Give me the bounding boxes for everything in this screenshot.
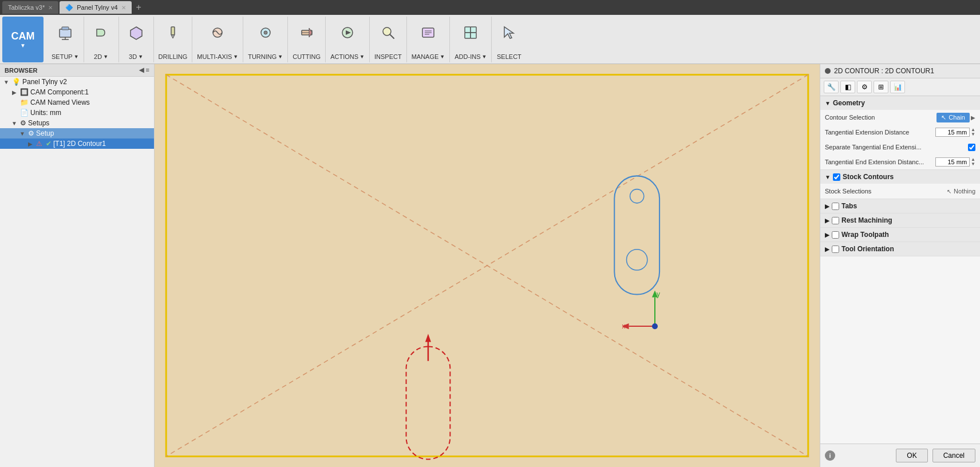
panel-tab-chart[interactable]: 📊 bbox=[890, 81, 905, 93]
toolbar-group-3d: 3D▼ bbox=[119, 17, 154, 62]
cutting-label[interactable]: CUTTING bbox=[293, 53, 321, 60]
multiaxis-label[interactable]: MULTI-AXIS▼ bbox=[197, 53, 238, 60]
tree-label-setup: Setup bbox=[36, 129, 54, 137]
expand-setup[interactable]: ▼ bbox=[18, 130, 26, 137]
svg-marker-5 bbox=[171, 35, 175, 38]
tangential-end-dist-value: ▲ ▼ bbox=[935, 157, 975, 167]
tab-close-panel[interactable]: ✕ bbox=[121, 5, 126, 11]
setups-icon: ⚙ bbox=[20, 119, 26, 127]
rest-machining-label: Rest Machining bbox=[841, 216, 892, 224]
inspect-icon-btn[interactable] bbox=[376, 19, 401, 46]
actions-label[interactable]: ACTIONS▼ bbox=[330, 53, 365, 60]
svg-rect-23 bbox=[471, 33, 476, 38]
sep-tangential-checkbox[interactable] bbox=[968, 144, 975, 151]
spinner-down[interactable]: ▼ bbox=[971, 132, 975, 137]
wrap-toolpath-header[interactable]: ▶ Wrap Toolpath bbox=[820, 228, 980, 242]
wrap-toolpath-checkbox[interactable] bbox=[832, 231, 839, 239]
toolbar-group-select: SELECT bbox=[492, 17, 526, 62]
sidebar-menu-icon[interactable]: ≡ bbox=[146, 66, 149, 74]
toolbar-group-setup: SETUP▼ bbox=[47, 17, 84, 62]
turning-label[interactable]: TURNING▼ bbox=[248, 53, 283, 60]
toolbar-group-actions: ACTIONS▼ bbox=[326, 17, 370, 62]
svg-rect-20 bbox=[465, 27, 471, 33]
panel-tab-settings[interactable]: ⚙ bbox=[857, 81, 872, 93]
geometry-expand-icon: ▼ bbox=[825, 100, 831, 106]
tabs-checkbox[interactable] bbox=[832, 203, 839, 210]
addins-label[interactable]: ADD-INS▼ bbox=[455, 53, 487, 60]
cam-menu-button[interactable]: CAM ▼ bbox=[2, 17, 44, 62]
panel-tab-material[interactable]: ◧ bbox=[840, 81, 855, 93]
select-icon-btn[interactable] bbox=[496, 19, 521, 46]
tree-item-cam-component[interactable]: ▶ 🔲 CAM Component:1 bbox=[0, 87, 154, 97]
chain-label: Chain bbox=[949, 114, 965, 121]
stock-selections-value: Nothing bbox=[947, 188, 975, 195]
wrap-toolpath-section: ▶ Wrap Toolpath bbox=[820, 228, 980, 242]
svg-text:y: y bbox=[657, 290, 661, 298]
manage-icon-btn[interactable] bbox=[416, 19, 441, 46]
tool-orientation-header[interactable]: ▶ Tool Orientation bbox=[820, 242, 980, 256]
2d-icon-btn[interactable] bbox=[89, 19, 114, 46]
viewport[interactable]: x y bbox=[155, 64, 820, 467]
tab-label: Tabliczka v3* bbox=[8, 4, 45, 11]
right-panel: 2D CONTOUR : 2D CONTOUR1 🔧 ◧ ⚙ ⊞ 📊 ▼ Geo… bbox=[820, 64, 980, 467]
chain-button[interactable]: ↖ Chain bbox=[936, 113, 970, 122]
tab-add-button[interactable]: + bbox=[133, 2, 145, 13]
2d-label[interactable]: 2D▼ bbox=[94, 53, 108, 60]
setup-icon-btn[interactable] bbox=[53, 19, 78, 46]
expand-icon-cam[interactable]: ▶ bbox=[10, 89, 18, 96]
chain-expand-arrow[interactable]: ▶ bbox=[971, 114, 975, 121]
3d-icon-btn[interactable] bbox=[124, 19, 149, 46]
ok-button[interactable]: OK bbox=[896, 449, 927, 462]
tree-item-units[interactable]: 📄 Units: mm bbox=[0, 108, 154, 118]
stock-contours-checkbox[interactable] bbox=[833, 173, 840, 181]
panel-title-bar: 2D CONTOUR : 2D CONTOUR1 bbox=[820, 64, 980, 78]
inspect-label[interactable]: INSPECT bbox=[374, 53, 402, 60]
tree-item-2d-contour[interactable]: ▶ ⚠ ✔ [T1] 2D Contour1 bbox=[0, 138, 154, 149]
tab-close-tabliczka[interactable]: ✕ bbox=[48, 5, 53, 11]
spinner-down2[interactable]: ▼ bbox=[971, 162, 975, 167]
setup-label[interactable]: SETUP▼ bbox=[52, 53, 79, 60]
panel-tab-tool[interactable]: 🔧 bbox=[824, 81, 839, 93]
tool-orientation-checkbox[interactable] bbox=[832, 246, 839, 253]
tab-icon: 🔷 bbox=[65, 4, 73, 11]
tangential-end-dist-spinner[interactable]: ▲ ▼ bbox=[971, 157, 975, 167]
tree-item-root[interactable]: ▼ 💡 Panel Tylny v2 bbox=[0, 77, 154, 87]
turning-icon-btn[interactable] bbox=[253, 19, 278, 46]
rest-machining-header[interactable]: ▶ Rest Machining bbox=[820, 213, 980, 227]
bulb-icon: 💡 bbox=[12, 78, 21, 86]
cutting-icon-btn[interactable] bbox=[294, 19, 319, 46]
tangential-ext-dist-spinner[interactable]: ▲ ▼ bbox=[971, 128, 975, 137]
expand-setups[interactable]: ▼ bbox=[10, 120, 18, 126]
stock-contours-section: ▼ Stock Contours Stock Selections Nothin… bbox=[820, 170, 980, 199]
expand-contour[interactable]: ▶ bbox=[26, 141, 34, 147]
tangential-ext-dist-input[interactable] bbox=[935, 128, 970, 137]
expand-icon[interactable]: ▼ bbox=[2, 79, 10, 85]
tabs-section: ▶ Tabs bbox=[820, 199, 980, 213]
tab-tabliczka[interactable]: Tabliczka v3* ✕ bbox=[2, 1, 58, 14]
actions-icon-btn[interactable] bbox=[335, 19, 360, 46]
geometry-section-header[interactable]: ▼ Geometry bbox=[820, 96, 980, 110]
3d-label[interactable]: 3D▼ bbox=[129, 53, 143, 60]
toolbar-group-manage: MANAGE▼ bbox=[407, 17, 451, 62]
rest-machining-checkbox[interactable] bbox=[832, 217, 839, 224]
tree-item-setup[interactable]: ▼ ⚙ Setup bbox=[0, 128, 154, 138]
addins-icon-btn[interactable] bbox=[458, 19, 483, 46]
tree-item-setups[interactable]: ▼ ⚙ Setups bbox=[0, 118, 154, 128]
stock-selections-label: Stock Selections bbox=[825, 188, 943, 195]
manage-label[interactable]: MANAGE▼ bbox=[412, 53, 445, 60]
drilling-label[interactable]: DRILLING bbox=[159, 53, 188, 60]
tool-orientation-expand-icon: ▶ bbox=[825, 246, 829, 252]
tab-panel-tylny[interactable]: 🔷 Panel Tylny v4 ✕ bbox=[60, 1, 131, 14]
info-icon[interactable]: i bbox=[825, 450, 835, 461]
multiaxis-icon-btn[interactable] bbox=[205, 19, 230, 46]
panel-tab-table[interactable]: ⊞ bbox=[874, 81, 888, 93]
select-label[interactable]: SELECT bbox=[497, 53, 521, 60]
error-icon: ⚠ bbox=[36, 140, 42, 148]
tabs-section-header[interactable]: ▶ Tabs bbox=[820, 199, 980, 213]
drilling-icon-btn[interactable] bbox=[160, 19, 185, 46]
cancel-button[interactable]: Cancel bbox=[932, 449, 975, 462]
tangential-end-dist-input[interactable] bbox=[935, 157, 970, 167]
stock-contours-header[interactable]: ▼ Stock Contours bbox=[820, 170, 980, 184]
sidebar-collapse-icon[interactable]: ◀ bbox=[139, 66, 144, 74]
tree-item-cam-named-views[interactable]: 📁 CAM Named Views bbox=[0, 97, 154, 108]
